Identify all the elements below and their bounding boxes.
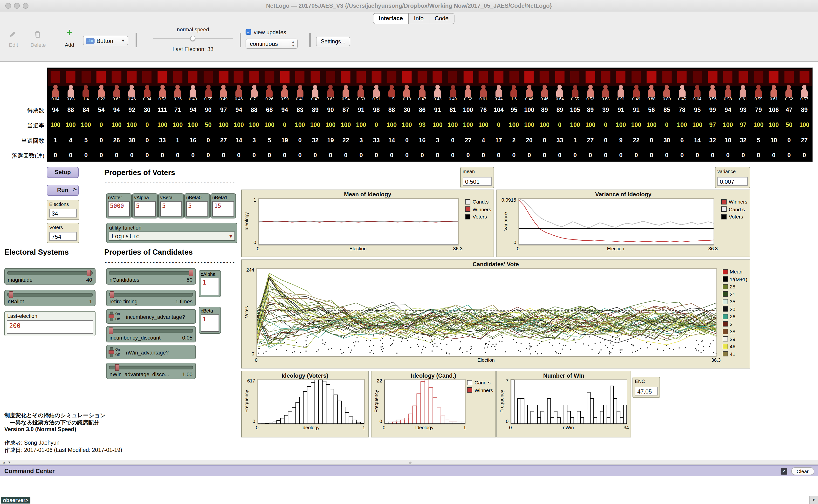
world-cell: 0 xyxy=(543,137,546,144)
update-mode-dropdown[interactable]: continuous ▲▼ xyxy=(246,39,298,49)
slider-thumb[interactable] xyxy=(110,291,114,298)
command-line[interactable]: observer> ▼ xyxy=(0,496,818,504)
slider-thumb[interactable] xyxy=(115,364,119,371)
retire-timing-slider[interactable]: retire-timing1 times xyxy=(106,290,196,306)
switch-knob[interactable] xyxy=(109,314,114,318)
input-value[interactable]: 5 xyxy=(134,201,156,217)
world-cell: 20 xyxy=(526,137,533,144)
input-value[interactable]: 15 xyxy=(212,201,234,217)
magnitude-slider[interactable]: magnitude40 xyxy=(4,268,96,285)
axis-tick: 36.3 xyxy=(443,246,472,251)
world-cell: 0 xyxy=(772,152,776,159)
tab-info[interactable]: Info xyxy=(409,14,429,24)
nvoter-input[interactable]: nVoter 5000 xyxy=(106,193,132,218)
switch-toggle[interactable]: On Off xyxy=(109,311,124,322)
splitter-handle[interactable] xyxy=(409,462,412,464)
export-icon[interactable]: ↗ xyxy=(780,468,787,475)
run-button[interactable]: Run⟳ xyxy=(47,185,79,196)
ideology-value: 0.26 xyxy=(265,96,273,101)
world-cell: 1 xyxy=(54,137,57,144)
ideology-value: 0.44 xyxy=(495,96,503,101)
candidate-square xyxy=(280,71,290,83)
ubeta1-input[interactable]: uBeta1 15 xyxy=(210,193,236,218)
delete-icon[interactable] xyxy=(33,30,45,39)
legend-label: 26 xyxy=(730,313,735,319)
world-cell: 100 xyxy=(157,122,167,128)
world-cell: 100 xyxy=(539,122,550,128)
candidate-square xyxy=(570,71,580,83)
nballot-slider[interactable]: nBallot1 xyxy=(4,290,96,306)
slider-thumb[interactable] xyxy=(189,270,193,276)
person-icon xyxy=(541,85,548,98)
plot-canvas-area xyxy=(518,198,714,245)
input-value[interactable]: 5000 xyxy=(108,201,130,217)
person-icon xyxy=(296,85,303,98)
incumbency-advantage-switch[interactable]: On Off incumbency_advantage? xyxy=(106,309,196,324)
clear-button[interactable]: Clear xyxy=(791,467,814,475)
world-view[interactable]: 0.640.881.40.220.620.460.940.530.260.430… xyxy=(47,68,813,162)
utility-function-chooser[interactable]: utility-function Logistic ▼ xyxy=(106,223,237,243)
axis-tick: 0 xyxy=(496,425,525,430)
nwin-advantage-discount-slider[interactable]: nWin_advantage_disco...1.00 xyxy=(106,363,196,379)
command-center-output[interactable] xyxy=(0,476,818,496)
axis-tick: 0 xyxy=(236,351,254,356)
last-election-input[interactable]: Last-election 200 xyxy=(4,311,96,336)
slider-thumb[interactable] xyxy=(87,270,91,276)
candidate-square xyxy=(325,71,336,83)
splitter-arrows-icon[interactable]: ▲ ▼ xyxy=(2,461,12,464)
valpha-input[interactable]: vAlpha 5 xyxy=(132,193,158,218)
observer-prompt[interactable]: observer> xyxy=(1,497,30,504)
world-cell: 100 xyxy=(448,122,458,128)
world-cell: 0 xyxy=(742,152,745,159)
speed-slider-thumb[interactable] xyxy=(190,36,195,41)
input-value[interactable]: 5 xyxy=(160,201,182,217)
plot-title: Number of WIn xyxy=(497,371,631,379)
world-cell: 0 xyxy=(497,122,500,128)
world-cell: 0 xyxy=(100,122,103,128)
chooser-value-box[interactable]: Logistic ▼ xyxy=(109,232,235,241)
person-icon xyxy=(235,85,242,98)
plot-canvas xyxy=(519,199,714,245)
legend-swatch xyxy=(722,329,728,334)
world-cell: 0 xyxy=(604,122,607,128)
input-value[interactable]: 200 xyxy=(7,320,93,334)
vbeta-input[interactable]: vBeta 5 xyxy=(158,193,184,218)
slider-label: nWin_advantage_disco... xyxy=(110,371,169,377)
add-icon[interactable]: + xyxy=(64,27,75,39)
setup-button[interactable]: Setup xyxy=(47,167,79,178)
nwin-advantage-switch[interactable]: On Off nWin_advantage? xyxy=(106,345,196,359)
world-cell: 100 xyxy=(295,122,305,128)
world-cell: 94 xyxy=(235,107,242,113)
ubeta0-input[interactable]: uBeta0 5 xyxy=(184,193,210,218)
input-value[interactable]: 1 xyxy=(201,314,219,332)
add-button-label[interactable]: Add xyxy=(62,42,77,48)
slider-thumb[interactable] xyxy=(109,327,113,334)
axis-tick: 0 xyxy=(237,419,255,424)
view-updates-checkbox[interactable]: ✓ xyxy=(246,29,251,35)
axis-tick: 0 xyxy=(244,246,273,251)
prompt-dropdown-icon[interactable]: ▼ xyxy=(809,496,818,504)
edit-icon[interactable] xyxy=(8,30,20,39)
switch-toggle[interactable]: On Off xyxy=(109,347,124,358)
input-value[interactable]: 1 xyxy=(201,278,219,295)
ncandidates-slider[interactable]: nCandidates50 xyxy=(106,268,196,285)
tab-interface[interactable]: Interface xyxy=(373,14,409,24)
command-center-splitter[interactable]: ▲ ▼ xyxy=(0,460,818,465)
cbeta-input[interactable]: cBeta 1 xyxy=(199,307,221,334)
tab-code[interactable]: Code xyxy=(429,14,454,24)
settings-button[interactable]: Settings... xyxy=(316,37,350,46)
delete-button-label[interactable]: Delete xyxy=(28,42,48,48)
slider-thumb[interactable] xyxy=(9,291,13,298)
incumbency-discount-slider[interactable]: incumbency_discount0.05 xyxy=(106,326,196,342)
edit-button-label[interactable]: Edit xyxy=(4,42,23,48)
widget-type-dropdown[interactable]: abc Button ▼ xyxy=(83,36,128,45)
world-cell: 30 xyxy=(129,137,135,144)
switch-knob[interactable] xyxy=(109,350,114,354)
world-cell: 0 xyxy=(161,152,164,159)
person-icon xyxy=(113,85,120,98)
world-cell: 94 xyxy=(725,107,731,113)
calpha-input[interactable]: cAlpha 1 xyxy=(199,270,221,297)
toolbar-separator xyxy=(136,33,137,47)
person-icon xyxy=(251,85,257,98)
input-value[interactable]: 5 xyxy=(186,201,208,217)
